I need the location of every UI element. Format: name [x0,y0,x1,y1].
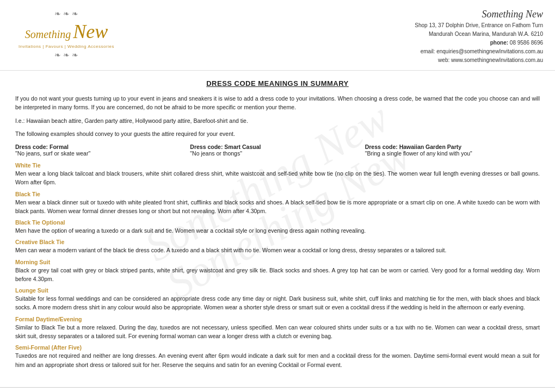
section-formal-daytime-evening-body: Similar to Black Tie but a more relaxed.… [15,323,540,341]
dress-code-hawaiian-quote: "Bring a single flower of any kind with … [365,150,540,157]
logo-area: ❧ ❧ ❧ Something New Invitations | Favour… [12,8,121,61]
address-block: Shop 13, 37 Dolphin Drive, Entrance on F… [415,21,543,65]
section-morning-suit-title: Morning Suit [15,259,540,265]
email-line: email: enquiries@somethingnewInvitations… [415,47,543,56]
logo-top-ornament: ❧ ❧ ❧ [45,8,88,20]
intro-para3: The following examples should convey to … [15,129,540,138]
section-black-tie-optional-title: Black Tie Optional [15,219,540,226]
web-line: web: www.somethingnewInvitations.com.au [415,56,543,65]
section-black-tie-body: Men wear a black dinner suit or tuxedo w… [15,198,540,216]
dress-code-formal-label: Dress code: Formal [15,144,190,150]
section-morning-suit-body: Black or grey tail coat with grey or bla… [15,266,540,284]
header: ❧ ❧ ❧ Something New Invitations | Favour… [0,0,555,71]
dress-code-hawaiian: Dress code: Hawaiian Garden Party "Bring… [365,144,540,157]
phone-number: 08 9586 8696 [510,40,543,46]
section-formal-daytime-evening: Formal Daytime/Evening Similar to Black … [15,316,540,341]
dress-code-formal: Dress code: Formal "No jeans, surf or sk… [15,144,190,157]
section-semi-formal: Semi-Formal (After Five) Tuxedos are not… [15,344,540,369]
logo-s: Something [25,28,71,41]
dress-code-formal-quote: "No jeans, surf or skate wear" [15,150,190,157]
intro-para1: If you do not want your guests turning u… [15,94,540,112]
address-line2: Mandurah Ocean Marina, Mandurah W.A. 621… [415,30,543,39]
intro-para2: I.e.: Hawaiian beach attire, Garden part… [15,116,540,125]
section-formal-daytime-evening-title: Formal Daytime/Evening [15,316,540,322]
logo-bottom-ornament: ❧ ❧ ❧ [45,50,88,61]
main-title: DRESS CODE MEANINGS IN SUMMARY [15,79,540,88]
section-lounge-suit-body: Suitable for less formal weddings and ca… [15,294,540,312]
dress-code-smart-casual-quote: "No jeans or thongs" [190,150,365,157]
section-lounge-suit: Lounge Suit Suitable for less formal wed… [15,287,540,312]
dress-codes-row: Dress code: Formal "No jeans, surf or sk… [15,144,540,157]
brand-name: Something New [415,9,543,20]
phone-line: phone: 08 9586 8696 [415,39,543,47]
footer: Prepared by Something New - Page 1 of 2 [0,387,555,392]
section-morning-suit: Morning Suit Black or grey tail coat wit… [15,259,540,284]
content: DRESS CODE MEANINGS IN SUMMARY If you do… [0,71,555,382]
svg-text:❧ ❧ ❧: ❧ ❧ ❧ [54,9,78,18]
address-line1: Shop 13, 37 Dolphin Drive, Entrance on F… [415,21,543,30]
logo-tagline: Invitations | Favours | Wedding Accessor… [18,44,114,49]
section-lounge-suit-title: Lounge Suit [15,287,540,294]
section-semi-formal-body: Tuxedos are not required and neither are… [15,351,540,369]
dress-code-smart-casual-label: Dress code: Smart Casual [190,144,365,150]
section-semi-formal-title: Semi-Formal (After Five) [15,344,540,351]
section-creative-black-tie: Creative Black Tie Men can wear a modern… [15,239,540,254]
section-creative-black-tie-body: Men can wear a modern variant of the bla… [15,246,540,254]
section-creative-black-tie-title: Creative Black Tie [15,239,540,245]
section-black-tie-optional: Black Tie Optional Men have the option o… [15,219,540,235]
contact-area: Something New Shop 13, 37 Dolphin Drive,… [415,8,543,65]
logo-new: New [73,20,108,43]
page: ❧ ❧ ❧ Something New Invitations | Favour… [0,0,555,392]
section-black-tie-optional-body: Men have the option of wearing a tuxedo … [15,226,540,235]
section-white-tie-title: White Tie [15,162,540,169]
svg-text:❧ ❧ ❧: ❧ ❧ ❧ [54,51,78,59]
email-value: enquiries@somethingnewInvitations.com.au [436,48,543,54]
dress-code-smart-casual: Dress code: Smart Casual "No jeans or th… [190,144,365,157]
section-white-tie-body: Men wear a long black tailcoat and black… [15,169,540,187]
section-white-tie: White Tie Men wear a long black tailcoat… [15,162,540,187]
dress-code-hawaiian-label: Dress code: Hawaiian Garden Party [365,144,540,150]
section-black-tie: Black Tie Men wear a black dinner suit o… [15,191,540,216]
section-black-tie-title: Black Tie [15,191,540,197]
web-value: www.somethingnewInvitations.com.au [451,57,543,63]
